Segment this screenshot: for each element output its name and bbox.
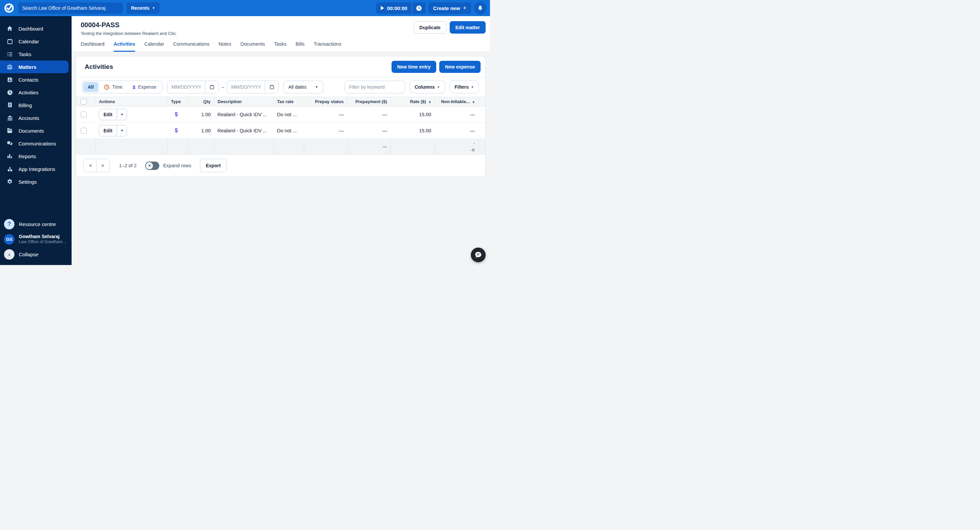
notifications-button[interactable] [474,2,487,14]
date-range-separator: – [221,84,224,90]
date-from-input[interactable] [167,84,205,90]
bank-icon [6,114,13,122]
sidebar-item-contacts[interactable]: Contacts [0,73,72,86]
timer-group: 00:00:00 [376,2,426,14]
app-shapes-icon [6,165,13,173]
dollar-icon: $ [132,84,135,90]
select-all-checkbox[interactable] [81,99,87,105]
sidebar-item-dashboard[interactable]: Dashboard [0,22,72,35]
column-header-non-billable[interactable]: Non-billable...▲▼ [434,97,478,106]
global-search-input[interactable] [22,5,119,11]
column-header-prepayment: Prepayment ($) [347,97,391,106]
date-to-field [227,81,278,94]
sidebar-item-activities[interactable]: Activities [0,86,72,99]
edit-matter-button[interactable]: Edit matter [450,21,486,33]
previous-page-button[interactable] [84,159,97,172]
sidebar-item-label: Matters [19,64,36,70]
sidebar-item-label: Documents [19,128,44,134]
sort-icon[interactable]: ▲▼ [473,101,475,103]
segment-time[interactable]: Time [99,82,127,92]
summary-non-billable-amount: - [438,140,475,147]
date-to-calendar-button[interactable] [265,81,278,93]
expense-type-icon: $ [171,128,178,133]
tab-transactions[interactable]: Transactions [313,41,341,52]
sidebar-item-reports[interactable]: Reports [0,150,72,163]
chat-widget-button[interactable] [471,248,486,262]
tab-activities[interactable]: Activities [114,41,135,52]
sidebar-item-documents[interactable]: Documents [0,124,72,137]
user-menu[interactable]: GS Gowtham Selvaraj Law Office of Gowtha… [4,234,72,245]
keyword-filter-input[interactable] [345,81,405,94]
recents-dropdown[interactable]: Recents ▼ [126,2,160,14]
next-page-button[interactable] [97,159,109,172]
cell-prepay-status: — [304,122,347,139]
collapse-sidebar-button[interactable]: ‹ Collapse [4,249,72,260]
tab-bills[interactable]: Bills [296,41,305,52]
matter-header: 00004-PASS Testing the integration betwe… [72,16,490,52]
duplicate-button[interactable]: Duplicate [414,21,446,33]
segment-expense[interactable]: $ Expense [128,82,161,92]
timer-clock-button[interactable] [412,5,426,11]
page-title: 00004-PASS [81,21,177,29]
row-checkbox[interactable] [81,128,87,134]
resource-centre-button[interactable]: ? Resource centre [4,219,72,229]
chevron-down-icon: ▼ [437,86,440,89]
date-range-select[interactable]: All dates ▼ [283,81,323,94]
user-name: Gowtham Selvaraj [19,234,66,240]
tab-calendar[interactable]: Calendar [144,41,164,52]
page-range: 1–2 of 2 [119,163,137,168]
segment-all[interactable]: All [83,82,99,92]
tab-notes[interactable]: Notes [218,41,231,52]
sidebar-item-label: Activities [19,90,38,95]
summary-row: — - -h [76,139,486,155]
sidebar-item-label: Billing [19,102,32,108]
global-search[interactable] [18,2,123,14]
plus-icon: + [463,4,466,12]
type-segmented-control: All Time $ Expense [82,81,162,94]
sidebar-item-tasks[interactable]: Tasks [0,48,72,60]
home-icon [6,25,13,32]
edit-menu-caret[interactable]: ▼ [117,125,127,136]
sidebar-item-settings[interactable]: Settings [0,175,72,188]
sidebar-item-label: Tasks [19,51,31,57]
expand-rows-toggle[interactable]: ✕ [145,162,159,170]
column-header-rate[interactable]: Rate ($)▲▼ [391,97,434,106]
sidebar-item-billing[interactable]: Billing [0,99,72,111]
tab-dashboard[interactable]: Dashboard [81,41,105,52]
sidebar-item-app-integrations[interactable]: App Integrations [0,163,72,175]
cell-non-billable: — [434,106,478,122]
recents-label: Recents [131,5,149,11]
date-from-calendar-button[interactable] [205,81,218,93]
sidebar-item-matters[interactable]: Matters [0,60,68,73]
cell-tax-rate: Do not ... [274,106,304,122]
matter-description: Testing the integration between Realaml … [81,31,177,36]
cell-prepay-status: — [304,106,347,122]
expand-rows-label: Expand rows [163,163,191,168]
create-new-label: Create new [433,5,460,11]
new-time-entry-button[interactable]: New time entry [391,61,437,73]
columns-dropdown-button[interactable]: Columns ▼ [410,81,445,94]
filters-dropdown-button[interactable]: Filters ▼ [450,81,479,94]
create-new-button[interactable]: Create new + [428,2,471,14]
row-checkbox[interactable] [81,111,87,117]
sort-icon[interactable]: ▲▼ [429,101,431,103]
sidebar-item-accounts[interactable]: Accounts [0,111,72,124]
clio-logo-icon[interactable] [3,2,15,14]
tab-communications[interactable]: Communications [173,41,209,52]
edit-button[interactable]: Edit [99,125,117,136]
new-expense-button[interactable]: New expense [439,61,480,73]
time-clock-icon [104,84,110,90]
edit-button[interactable]: Edit [99,109,117,120]
date-to-input[interactable] [227,84,265,90]
edit-menu-caret[interactable]: ▼ [117,109,127,120]
cell-description: Realaml - Quick IDV ... [214,106,274,122]
sidebar-item-communications[interactable]: Communications [0,137,72,150]
chevron-down-icon: ▼ [315,85,318,89]
tab-documents[interactable]: Documents [240,41,265,52]
cell-description: Realaml - Quick IDV ... [214,122,274,139]
export-button[interactable]: Export [200,159,226,172]
task-list-icon [6,51,13,58]
timer-start-button[interactable]: 00:00:00 [376,5,412,11]
tab-tasks[interactable]: Tasks [274,41,287,52]
sidebar-item-calendar[interactable]: Calendar [0,35,72,48]
